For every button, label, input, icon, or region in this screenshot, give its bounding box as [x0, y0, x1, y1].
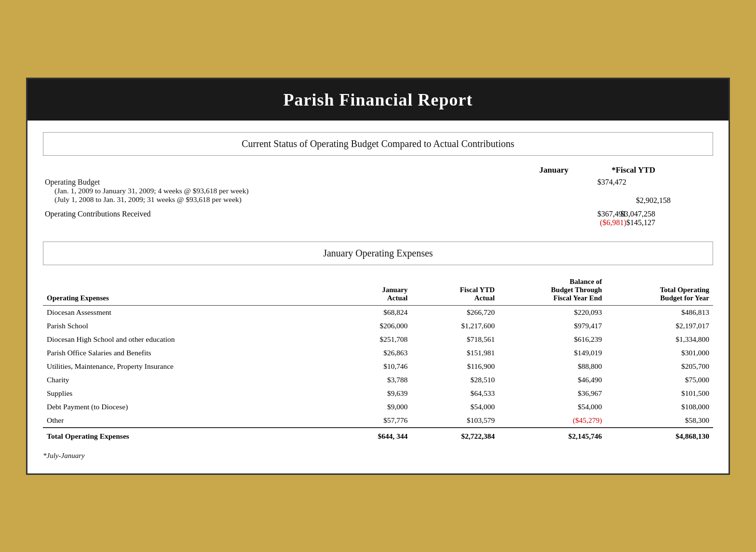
- expense-total-budget: $58,300: [606, 414, 713, 428]
- expense-total-budget: $75,000: [606, 373, 713, 387]
- col-jan-actual: JanuaryActual: [324, 275, 412, 306]
- expense-ytd: $151,981: [412, 346, 499, 360]
- expense-balance: $149,019: [499, 346, 606, 360]
- total-ytd: $2,722,384: [412, 428, 499, 443]
- contrib-ytd-values: $3,047,258 $145,127: [636, 210, 713, 227]
- col-jan-header: January: [501, 165, 578, 175]
- contributions-row: Operating Contributions Received $367,49…: [43, 210, 713, 227]
- expense-jan: $9,639: [324, 387, 412, 400]
- expenses-table: Operating Expenses JanuaryActual Fiscal …: [43, 275, 713, 443]
- section1-title: Current Status of Operating Budget Compa…: [43, 132, 713, 156]
- total-label: Total Operating Expenses: [43, 428, 324, 443]
- expense-balance: $616,239: [499, 333, 606, 346]
- table-row: Charity $3,788 $28,510 $46,490 $75,000: [43, 373, 713, 387]
- expense-jan: $206,000: [324, 319, 412, 333]
- table-row: Other $57,776 $103,579 ($45,279) $58,300: [43, 414, 713, 428]
- table-row: Diocesan Assessment $68,824 $266,720 $22…: [43, 305, 713, 319]
- budget-column-headers: January *Fiscal YTD: [43, 165, 713, 175]
- contrib-label: Operating Contributions Received: [43, 210, 559, 218]
- operating-budget-row: Operating Budget (Jan. 1, 2009 to Januar…: [43, 178, 713, 205]
- main-content: Current Status of Operating Budget Compa…: [27, 121, 729, 473]
- table-row: Utilities, Maintenance, Property Insuran…: [43, 360, 713, 373]
- total-jan: $644, 344: [324, 428, 412, 443]
- total-budget: $4,868,130: [606, 428, 713, 443]
- expense-balance: $46,490: [499, 373, 606, 387]
- section2-title: January Operating Expenses: [43, 242, 713, 265]
- expense-total-budget: $486,813: [606, 305, 713, 319]
- operating-budget-label: Operating Budget (Jan. 1, 2009 to Januar…: [43, 178, 559, 204]
- budget-ytd-value: $2,902,158: [636, 178, 713, 205]
- expense-label: Parish Office Salaries and Benefits: [43, 346, 324, 360]
- expense-jan: $9,000: [324, 400, 412, 414]
- expense-total-budget: $101,500: [606, 387, 713, 400]
- expense-label: Supplies: [43, 387, 324, 400]
- table-row: Parish Office Salaries and Benefits $26,…: [43, 346, 713, 360]
- expense-total-budget: $2,197,017: [606, 319, 713, 333]
- expense-total-budget: $301,000: [606, 346, 713, 360]
- col-operating-expenses: Operating Expenses: [43, 275, 324, 306]
- inner-container: Parish Financial Report Current Status o…: [26, 78, 730, 475]
- expense-ytd: $116,900: [412, 360, 499, 373]
- outer-border: Parish Financial Report Current Status o…: [21, 73, 735, 480]
- expense-balance: $88,800: [499, 360, 606, 373]
- expense-ytd: $1,217,600: [412, 319, 499, 333]
- page-header: Parish Financial Report: [27, 79, 729, 121]
- table-row: Debt Payment (to Diocese) $9,000 $54,000…: [43, 400, 713, 414]
- expense-ytd: $64,533: [412, 387, 499, 400]
- expense-balance: $36,967: [499, 387, 606, 400]
- expense-ytd: $266,720: [412, 305, 499, 319]
- budget-status-section: Current Status of Operating Budget Compa…: [43, 132, 713, 227]
- table-row: Parish School $206,000 $1,217,600 $979,4…: [43, 319, 713, 333]
- col-balance: Balance ofBudget ThroughFiscal Year End: [499, 275, 606, 306]
- expense-balance: $54,000: [499, 400, 606, 414]
- expense-jan: $10,746: [324, 360, 412, 373]
- budget-label-row: Operating Budget (Jan. 1, 2009 to Januar…: [43, 178, 713, 205]
- expense-label: Diocesan Assessment: [43, 305, 324, 319]
- expense-balance: ($45,279): [499, 414, 606, 428]
- expense-label: Other: [43, 414, 324, 428]
- expense-ytd: $718,561: [412, 333, 499, 346]
- expense-balance: $220,093: [499, 305, 606, 319]
- total-balance: $2,145,746: [499, 428, 606, 443]
- expense-jan: $57,776: [324, 414, 412, 428]
- expense-label: Diocesan High School and other education: [43, 333, 324, 346]
- expense-label: Utilities, Maintenance, Property Insuran…: [43, 360, 324, 373]
- expense-total-budget: $1,334,800: [606, 333, 713, 346]
- expense-label: Charity: [43, 373, 324, 387]
- expenses-header-row: Operating Expenses JanuaryActual Fiscal …: [43, 275, 713, 306]
- total-row: Total Operating Expenses $644, 344 $2,72…: [43, 428, 713, 443]
- col-total-budget: Total OperatingBudget for Year: [606, 275, 713, 306]
- expense-jan: $26,863: [324, 346, 412, 360]
- expense-jan: $68,824: [324, 305, 412, 319]
- expense-total-budget: $205,700: [606, 360, 713, 373]
- expense-ytd: $103,579: [412, 414, 499, 428]
- footnote: *July-January: [43, 452, 713, 460]
- expense-ytd: $54,000: [412, 400, 499, 414]
- expense-jan: $251,708: [324, 333, 412, 346]
- expense-label: Debt Payment (to Diocese): [43, 400, 324, 414]
- budget-jan-value: $374,472: [559, 178, 636, 187]
- expense-ytd: $28,510: [412, 373, 499, 387]
- col-ytd-header: *Fiscal YTD: [578, 165, 655, 175]
- expenses-section: January Operating Expenses Operating Exp…: [43, 242, 713, 460]
- table-row: Diocesan High School and other education…: [43, 333, 713, 346]
- expense-jan: $3,788: [324, 373, 412, 387]
- col-fiscal-ytd: Fiscal YTDActual: [412, 275, 499, 306]
- expense-balance: $979,417: [499, 319, 606, 333]
- expense-total-budget: $108,000: [606, 400, 713, 414]
- expense-label: Parish School: [43, 319, 324, 333]
- table-row: Supplies $9,639 $64,533 $36,967 $101,500: [43, 387, 713, 400]
- page-title: Parish Financial Report: [37, 90, 719, 110]
